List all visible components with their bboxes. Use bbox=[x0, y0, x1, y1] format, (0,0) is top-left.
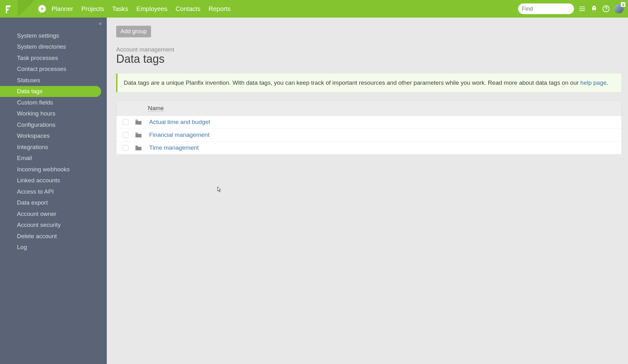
svg-point-7 bbox=[606, 11, 606, 11]
app-header: + Planner Projects Tasks Employees Conta… bbox=[0, 0, 628, 18]
nav-reports[interactable]: Reports bbox=[208, 5, 230, 13]
sidebar-item-label: Workspaces bbox=[17, 132, 50, 139]
sidebar-item-label: Account security bbox=[17, 222, 61, 228]
nav-projects[interactable]: Projects bbox=[81, 5, 104, 13]
sidebar-item-configurations[interactable]: Configurations bbox=[0, 119, 107, 131]
main-nav: Planner Projects Tasks Employees Contact… bbox=[51, 5, 230, 13]
sidebar-item-data-export[interactable]: Data export bbox=[0, 197, 107, 209]
sidebar-item-incoming-webhooks[interactable]: Incoming webhooks bbox=[0, 164, 107, 175]
avatar-wrap: 1 bbox=[614, 4, 624, 13]
plus-icon: + bbox=[41, 6, 44, 12]
sidebar-item-label: Email bbox=[17, 155, 32, 162]
app-logo[interactable] bbox=[0, 0, 18, 18]
sidebar-item-working-hours[interactable]: Working hours bbox=[0, 108, 107, 120]
rocket-icon[interactable] bbox=[590, 5, 598, 13]
sidebar-item-label: Statuses bbox=[17, 77, 40, 84]
sidebar-item-email[interactable]: Email bbox=[0, 153, 107, 164]
chevron-double-left-icon: « bbox=[99, 21, 102, 26]
help-icon[interactable] bbox=[602, 5, 610, 13]
header-right: 1 bbox=[518, 3, 628, 14]
sidebar-item-label: Delete account bbox=[17, 233, 57, 240]
sidebar-item-label: Log bbox=[17, 244, 27, 251]
info-text: Data tags are a unique Planfix invention… bbox=[124, 79, 580, 86]
sidebar-item-label: System directories bbox=[17, 43, 66, 50]
main-content: Add group Account management Data tags D… bbox=[107, 18, 628, 364]
sidebar-item-label: Data tags bbox=[17, 88, 42, 95]
table-row[interactable]: Actual time and budget bbox=[116, 116, 621, 129]
folder-icon bbox=[135, 145, 142, 150]
sidebar-item-statuses[interactable]: Statuses bbox=[0, 75, 107, 86]
help-page-link[interactable]: help page bbox=[580, 79, 606, 86]
data-tag-group-link[interactable]: Time management bbox=[149, 144, 199, 151]
sidebar-item-label: Configurations bbox=[17, 121, 56, 128]
folder-icon bbox=[135, 132, 142, 137]
table-row[interactable]: Financial management bbox=[116, 129, 621, 142]
sidebar-item-account-owner[interactable]: Account owner bbox=[0, 208, 107, 220]
row-checkbox[interactable] bbox=[123, 119, 128, 125]
sidebar-item-data-tags[interactable]: Data tags bbox=[0, 86, 101, 97]
sidebar-item-label: Task processes bbox=[17, 55, 58, 62]
sidebar-item-label: System settings bbox=[17, 32, 59, 39]
sidebar-item-task-processes[interactable]: Task processes bbox=[0, 52, 107, 64]
avatar-badge: 1 bbox=[621, 2, 625, 7]
sidebar-item-log[interactable]: Log bbox=[0, 242, 107, 253]
table-row[interactable]: Time management bbox=[116, 142, 621, 154]
nav-employees[interactable]: Employees bbox=[136, 5, 167, 13]
sidebar-item-workspaces[interactable]: Workspaces bbox=[0, 131, 107, 142]
sidebar-item-label: Data export bbox=[17, 199, 48, 206]
data-tag-group-link[interactable]: Financial management bbox=[149, 131, 209, 138]
sidebar-item-label: Custom fields bbox=[17, 99, 53, 106]
column-name-header[interactable]: Name bbox=[148, 105, 164, 112]
sidebar-item-account-security[interactable]: Account security bbox=[0, 220, 107, 231]
nav-tasks[interactable]: Tasks bbox=[112, 5, 128, 13]
table-header: Name bbox=[116, 101, 621, 116]
breadcrumb: Account management bbox=[116, 46, 622, 53]
nav-planner[interactable]: Planner bbox=[51, 5, 73, 13]
sidebar-item-system-directories[interactable]: System directories bbox=[0, 41, 107, 53]
page-title: Data tags bbox=[116, 52, 622, 66]
create-new-button[interactable]: + bbox=[38, 5, 46, 13]
sidebar-item-delete-account[interactable]: Delete account bbox=[0, 231, 107, 242]
info-text-end: . bbox=[607, 79, 608, 86]
sidebar-item-contact-processes[interactable]: Contact processes bbox=[0, 64, 107, 75]
info-banner: Data tags are a unique Planfix invention… bbox=[116, 73, 622, 93]
row-checkbox[interactable] bbox=[123, 145, 128, 151]
menu-icon[interactable] bbox=[578, 5, 586, 13]
folder-icon bbox=[135, 120, 142, 125]
collapse-sidebar-button[interactable]: « bbox=[99, 21, 102, 26]
sidebar-item-label: Account owner bbox=[17, 211, 57, 217]
add-group-button[interactable]: Add group bbox=[116, 26, 151, 37]
row-checkbox[interactable] bbox=[123, 132, 128, 138]
sidebar-item-integrations[interactable]: Integrations bbox=[0, 142, 107, 153]
data-tag-group-link[interactable]: Actual time and budget bbox=[149, 119, 210, 126]
sidebar-item-linked-accounts[interactable]: Linked accounts bbox=[0, 175, 107, 186]
settings-sidebar: « System settingsSystem directoriesTask … bbox=[0, 18, 107, 364]
search-box[interactable] bbox=[518, 3, 574, 14]
sidebar-item-label: Linked accounts bbox=[17, 177, 60, 184]
sidebar-item-label: Working hours bbox=[17, 110, 55, 117]
sidebar-item-label: Incoming webhooks bbox=[17, 166, 70, 173]
sidebar-item-label: Contact processes bbox=[17, 66, 66, 72]
sidebar-item-system-settings[interactable]: System settings bbox=[0, 30, 107, 41]
data-tags-table: Name Actual time and budgetFinancial man… bbox=[116, 101, 622, 155]
header-decor bbox=[18, 0, 35, 18]
sidebar-item-custom-fields[interactable]: Custom fields bbox=[0, 97, 107, 108]
sidebar-item-access-to-api[interactable]: Access to API bbox=[0, 186, 107, 197]
sidebar-item-label: Integrations bbox=[17, 144, 48, 151]
sidebar-item-label: Access to API bbox=[17, 188, 54, 195]
nav-contacts[interactable]: Contacts bbox=[176, 5, 200, 13]
